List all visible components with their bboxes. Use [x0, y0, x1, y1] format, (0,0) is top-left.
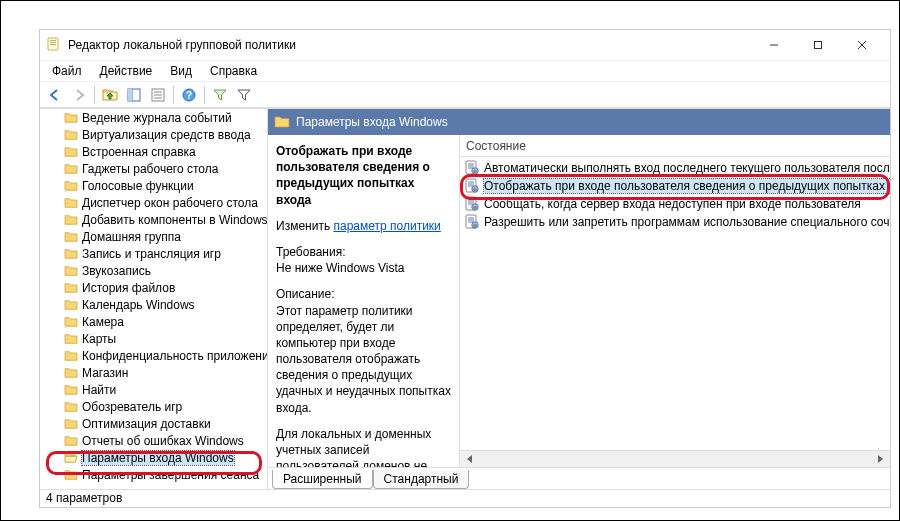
description-pane: Отображать при входе пользователя сведен…: [268, 135, 460, 467]
policy-setting-link[interactable]: параметр политики: [333, 219, 440, 233]
change-label: Изменить: [276, 219, 330, 233]
tree-node[interactable]: Магазин: [40, 364, 267, 381]
tree-node-label: Конфиденциальность приложений: [82, 349, 267, 363]
tree-node-label: Звукозапись: [82, 264, 151, 278]
setting-name: Отображать при входе пользователя сведен…: [276, 143, 451, 208]
tree-node-label: Камера: [82, 315, 124, 329]
policy-setting-row[interactable]: Сообщать, когда сервер входа недоступен …: [460, 195, 890, 213]
tree-node-label: Найти: [82, 383, 116, 397]
tree-node-label: Карты: [82, 332, 116, 346]
tree-node-label: Параметры входа Windows: [82, 451, 234, 465]
tree-node[interactable]: Домашняя группа: [40, 228, 267, 245]
tree-node[interactable]: Гаджеты рабочего стола: [40, 160, 267, 177]
requirements-label: Требования:: [276, 244, 451, 260]
menu-action[interactable]: Действие: [92, 62, 161, 80]
title-bar: Редактор локальной групповой политики: [40, 30, 890, 60]
policy-setting-row[interactable]: Разрешить или запретить программам испол…: [460, 213, 890, 231]
tree-node[interactable]: Виртуализация средств ввода: [40, 126, 267, 143]
minimize-button[interactable]: [752, 33, 796, 57]
window-title: Редактор локальной групповой политики: [68, 38, 752, 52]
toolbar-separator: [173, 86, 174, 104]
column-header-label: Состояние: [466, 139, 526, 153]
svg-text:?: ?: [186, 90, 192, 101]
tree-node[interactable]: Звукозапись: [40, 262, 267, 279]
tree-node[interactable]: Параметры завершения сеанса: [40, 466, 267, 483]
tree-node-label: Встроенная справка: [82, 145, 196, 159]
app-icon: [46, 36, 62, 55]
tree-node-label: Гаджеты рабочего стола: [82, 162, 218, 176]
tree-node[interactable]: Запись и трансляция игр: [40, 245, 267, 262]
tree-node-label: Диспетчер окон рабочего стола: [82, 196, 258, 210]
horizontal-scrollbar[interactable]: [460, 450, 890, 467]
tree-node[interactable]: Камера: [40, 313, 267, 330]
policy-setting-row[interactable]: Автоматически выполнять вход последнего …: [460, 159, 890, 177]
tree-node-label: Голосовые функции: [82, 179, 194, 193]
folder-icon: [274, 115, 290, 129]
tree-node-label: Ведение журнала событий: [82, 111, 232, 125]
svg-rect-10: [128, 89, 132, 101]
tree-node[interactable]: Календарь Windows: [40, 296, 267, 313]
forward-button[interactable]: [68, 84, 90, 106]
status-text: 4 параметров: [46, 491, 122, 505]
close-button[interactable]: [840, 33, 884, 57]
tree-node[interactable]: Конфиденциальность приложений: [40, 347, 267, 364]
tab-extended[interactable]: Расширенный: [272, 470, 373, 489]
policy-setting-row[interactable]: Отображать при входе пользователя сведен…: [460, 177, 890, 195]
policy-setting-label: Автоматически выполнять вход последнего …: [484, 161, 890, 175]
policy-setting-label: Отображать при входе пользователя сведен…: [484, 179, 890, 193]
tree-node-label: Домашняя группа: [82, 230, 181, 244]
requirements-value: Не ниже Windows Vista: [276, 260, 451, 276]
policy-setting-label: Сообщать, когда сервер входа недоступен …: [484, 197, 861, 211]
menu-help[interactable]: Справка: [202, 62, 265, 80]
toolbar: ?: [40, 82, 890, 108]
tree-node[interactable]: Отчеты об ошибках Windows: [40, 432, 267, 449]
description-text-2: Для локальных и доменных учетных записей…: [276, 426, 451, 467]
tree-node[interactable]: Оптимизация доставки: [40, 415, 267, 432]
status-bar: 4 параметров: [40, 489, 890, 507]
policy-setting-label: Разрешить или запретить программам испол…: [484, 215, 890, 229]
toolbar-separator: [204, 86, 205, 104]
tree-node[interactable]: Карты: [40, 330, 267, 347]
description-text: Этот параметр политики определяет, будет…: [276, 303, 451, 416]
help-button[interactable]: ?: [178, 84, 200, 106]
svg-rect-5: [815, 42, 822, 49]
properties-button[interactable]: [147, 84, 169, 106]
svg-rect-1: [50, 40, 56, 41]
menu-bar: Файл Действие Вид Справка: [40, 60, 890, 82]
tree-node[interactable]: Параметры входа Windows: [40, 449, 267, 466]
svg-rect-3: [50, 44, 56, 45]
tree-node[interactable]: Обозреватель игр: [40, 398, 267, 415]
tree-node-label: История файлов: [82, 281, 175, 295]
column-header[interactable]: Состояние: [460, 135, 890, 157]
up-button[interactable]: [99, 84, 121, 106]
tree-node[interactable]: История файлов: [40, 279, 267, 296]
tree-node-label: Добавить компоненты в Windows: [82, 213, 267, 227]
tree-node[interactable]: Найти: [40, 381, 267, 398]
toolbar-separator: [94, 86, 95, 104]
tree-node-label: Запись и трансляция игр: [82, 247, 221, 261]
maximize-button[interactable]: [796, 33, 840, 57]
tree-pane[interactable]: Ведение журнала событийВиртуализация сре…: [40, 109, 268, 489]
tree-node-label: Оптимизация доставки: [82, 417, 211, 431]
tab-standard[interactable]: Стандартный: [373, 470, 470, 489]
scroll-right-icon[interactable]: [872, 452, 888, 466]
content-header: Параметры входа Windows: [268, 109, 890, 135]
tree-node-label: Календарь Windows: [82, 298, 195, 312]
menu-file[interactable]: Файл: [44, 62, 90, 80]
back-button[interactable]: [44, 84, 66, 106]
tree-node-label: Виртуализация средств ввода: [82, 128, 251, 142]
tree-node[interactable]: Встроенная справка: [40, 143, 267, 160]
description-label: Описание:: [276, 286, 451, 302]
tree-node[interactable]: Добавить компоненты в Windows: [40, 211, 267, 228]
scroll-left-icon[interactable]: [462, 452, 478, 466]
menu-view[interactable]: Вид: [162, 62, 200, 80]
filter-on-button[interactable]: [209, 84, 231, 106]
settings-list-pane: Состояние Автоматически выполнять вход п…: [460, 135, 890, 467]
view-tabs: Расширенный Стандартный: [268, 467, 890, 489]
tree-node[interactable]: Голосовые функции: [40, 177, 267, 194]
window-controls: [752, 33, 884, 57]
tree-node[interactable]: Ведение журнала событий: [40, 109, 267, 126]
filter-options-button[interactable]: [233, 84, 255, 106]
tree-node[interactable]: Диспетчер окон рабочего стола: [40, 194, 267, 211]
show-hide-tree-button[interactable]: [123, 84, 145, 106]
